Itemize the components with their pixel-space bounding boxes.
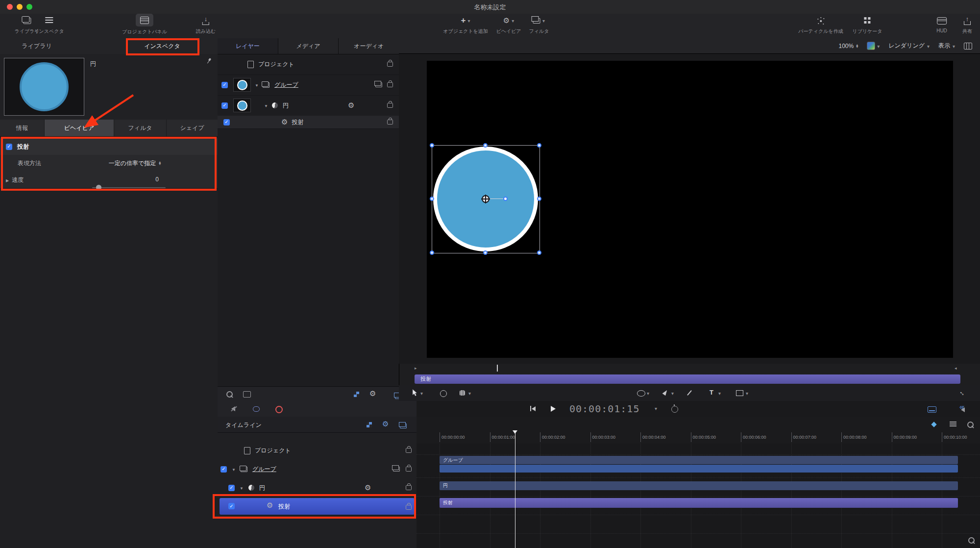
- timeline-row-group[interactable]: グループ: [218, 461, 416, 477]
- tab-layers[interactable]: レイヤー: [218, 38, 278, 54]
- chevron-down-icon[interactable]: [718, 390, 721, 397]
- layer-row-behavior[interactable]: 投射: [218, 116, 399, 129]
- selection-handle[interactable]: [537, 197, 541, 201]
- track-bar-group[interactable]: グループ: [440, 456, 958, 464]
- chevron-down-icon[interactable]: [420, 390, 423, 397]
- chevron-down-icon[interactable]: [655, 405, 657, 412]
- canvas-stage[interactable]: [427, 61, 953, 358]
- loop-icon[interactable]: [253, 406, 260, 412]
- layout-columns-icon[interactable]: [964, 43, 972, 50]
- rectangle-tool[interactable]: [736, 390, 743, 396]
- selection-handle[interactable]: [537, 250, 541, 255]
- project-panel-button[interactable]: プロジェクトパネル: [122, 14, 167, 35]
- lock-icon[interactable]: [406, 448, 412, 453]
- pan-tool[interactable]: [460, 390, 465, 396]
- checkerboard-icon[interactable]: [367, 422, 372, 427]
- playhead[interactable]: [515, 430, 515, 548]
- tab-info[interactable]: 情報: [0, 120, 45, 136]
- layer-row-circle[interactable]: 円: [218, 95, 399, 116]
- select-tool[interactable]: [412, 389, 418, 399]
- layer-row-group[interactable]: グループ: [218, 75, 399, 96]
- timeline-row-circle[interactable]: 円: [218, 479, 416, 496]
- lock-icon[interactable]: [387, 82, 393, 87]
- speed-value[interactable]: 0: [145, 176, 159, 183]
- rewind-chevrons-icon[interactable]: [959, 403, 963, 411]
- filters-button[interactable]: フィルタ: [529, 15, 549, 35]
- checkerboard-icon[interactable]: [354, 392, 359, 397]
- pin-icon[interactable]: [204, 57, 213, 66]
- lock-icon[interactable]: [406, 505, 412, 510]
- library-tab[interactable]: ライブラリ: [22, 42, 51, 50]
- selection-handle[interactable]: [430, 250, 434, 255]
- group-checkbox[interactable]: [220, 466, 227, 473]
- selection-handle[interactable]: [537, 143, 541, 148]
- lock-icon[interactable]: [387, 62, 393, 67]
- circle-checkbox[interactable]: [221, 102, 228, 109]
- import-button[interactable]: 読み込む: [196, 15, 216, 35]
- tab-media[interactable]: メディア: [278, 38, 339, 54]
- filmstrip-icon[interactable]: [243, 391, 251, 398]
- add-object-button[interactable]: オブジェクトを追加: [443, 15, 488, 35]
- tab-behaviors[interactable]: ビヘイビア: [45, 120, 114, 136]
- canvas-area[interactable]: [399, 54, 980, 364]
- zoom-icon[interactable]: [967, 422, 974, 428]
- gear-icon[interactable]: [369, 389, 376, 398]
- pen-tool[interactable]: [662, 389, 669, 396]
- paint-stroke-tool[interactable]: [687, 390, 692, 396]
- zoom-control[interactable]: 100%: [839, 43, 858, 50]
- lock-icon[interactable]: [387, 120, 393, 125]
- chevron-down-icon[interactable]: [468, 390, 471, 397]
- go-to-start-button[interactable]: [530, 406, 536, 411]
- chevron-down-icon[interactable]: [746, 390, 748, 397]
- adjust-item-tool[interactable]: [440, 390, 447, 399]
- circle-checkbox[interactable]: [228, 485, 235, 491]
- tab-shape[interactable]: シェイプ: [167, 120, 218, 136]
- behavior-checkbox[interactable]: [228, 503, 235, 509]
- behavior-checkbox[interactable]: [223, 119, 230, 125]
- slider-thumb[interactable]: [96, 185, 101, 190]
- gear-icon[interactable]: [365, 483, 371, 492]
- timeline-row-behavior-selected[interactable]: 投射: [220, 498, 415, 515]
- inspector-tab[interactable]: インスペクタ: [144, 42, 180, 50]
- hud-button[interactable]: HUD: [936, 15, 947, 33]
- anchor-point-icon[interactable]: [482, 195, 490, 203]
- canvas-behavior-bar[interactable]: 投射: [415, 374, 960, 384]
- play-button[interactable]: [551, 406, 556, 412]
- rendering-popup[interactable]: レンダリング: [888, 42, 930, 50]
- share-button[interactable]: 共有: [962, 15, 972, 35]
- selection-handle[interactable]: [483, 250, 488, 255]
- tracks-icon[interactable]: [950, 422, 956, 426]
- timeline-row-project[interactable]: プロジェクト: [218, 442, 416, 459]
- oval-tool[interactable]: [637, 390, 645, 397]
- layer-row-project[interactable]: プロジェクト: [218, 54, 399, 75]
- disclosure-icon[interactable]: [255, 81, 259, 88]
- timecode-display[interactable]: 00:00:01:15: [569, 403, 639, 415]
- track-bar-circle[interactable]: 円: [440, 481, 958, 490]
- keyframe-icon[interactable]: [931, 422, 936, 427]
- selection-handle[interactable]: [483, 143, 488, 148]
- method-popup[interactable]: 一定の倍率で指定: [74, 155, 196, 172]
- tab-audio[interactable]: オーディオ: [339, 38, 399, 54]
- lock-icon[interactable]: [387, 103, 393, 108]
- behaviors-button[interactable]: ビヘイビア: [496, 15, 521, 35]
- channel-popup[interactable]: [867, 42, 880, 50]
- disclosure-icon[interactable]: [264, 102, 268, 109]
- speed-slider[interactable]: [92, 187, 166, 188]
- track-bar-group-contents[interactable]: [440, 465, 958, 473]
- layers-icon[interactable]: [400, 423, 407, 428]
- keyboard-icon[interactable]: [928, 406, 936, 413]
- mini-playhead[interactable]: [497, 365, 498, 372]
- play-range-start-icon[interactable]: ▸: [415, 366, 417, 371]
- disclosure-icon[interactable]: [232, 466, 236, 473]
- text-tool[interactable]: [710, 389, 713, 396]
- lock-icon[interactable]: [406, 467, 412, 472]
- make-particles-button[interactable]: パーティクルを作成: [798, 15, 843, 35]
- selection-handle[interactable]: [430, 143, 434, 148]
- view-popup[interactable]: 表示: [938, 42, 955, 50]
- chevron-down-icon[interactable]: [647, 390, 649, 397]
- search-icon[interactable]: [226, 391, 233, 398]
- track-bar-behavior[interactable]: 投射: [440, 498, 958, 508]
- behavior-enable-checkbox[interactable]: [6, 144, 12, 150]
- timeline-tracks[interactable]: グループ 円 投射: [416, 444, 980, 548]
- rotation-handle[interactable]: [503, 197, 508, 201]
